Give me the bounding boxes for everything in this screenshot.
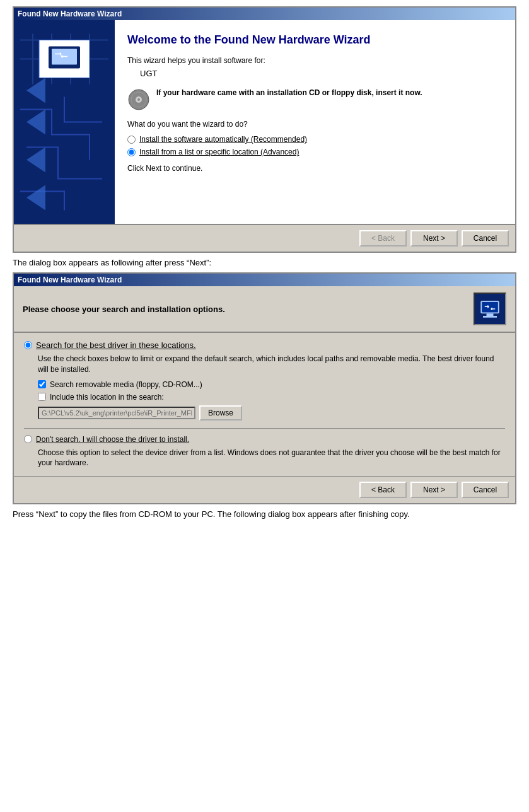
dialog2-cancel-button[interactable]: Cancel <box>462 482 509 498</box>
search-radio-label: Search for the best driver in these loca… <box>36 340 196 350</box>
svg-rect-14 <box>58 66 71 68</box>
cd-notice-row: If your hardware came with an installati… <box>127 88 503 111</box>
svg-rect-28 <box>487 313 494 316</box>
check-location-row[interactable]: Include this location in the search: <box>38 393 505 402</box>
dialog2-next-button[interactable]: Next > <box>410 482 458 498</box>
wizard-right-panel: Welcome to the Found New Hardware Wizard… <box>115 20 515 224</box>
footer-text: Press “Next” to copy the files from CD-R… <box>13 509 516 519</box>
cd-notice-text: If your hardware came with an installati… <box>156 88 422 97</box>
dont-search-radio-input[interactable] <box>24 435 32 443</box>
radio-list-install[interactable]: Install from a list or specific location… <box>127 148 503 156</box>
dont-search-label-text: Don't search. I will choose the driver t… <box>36 435 189 444</box>
radio-list-label-text: Install from a list or specific location… <box>139 148 299 156</box>
wizard-top-panel: Welcome to the Found New Hardware Wizard… <box>14 20 515 224</box>
svg-rect-29 <box>483 316 497 318</box>
svg-rect-27 <box>482 302 498 313</box>
wizard-main-title: Welcome to the Found New Hardware Wizard <box>127 33 503 47</box>
search-radio-input[interactable] <box>24 341 32 349</box>
check-removable-label-text: Search removable media (floppy, CD-ROM..… <box>50 380 202 389</box>
svg-point-23 <box>137 98 140 101</box>
dialog2: Found New Hardware Wizard Please choose … <box>13 272 516 504</box>
between-dialogs-text: The dialog box appears as following afte… <box>13 258 516 267</box>
dialog1-next-button[interactable]: Next > <box>410 230 458 246</box>
location-input[interactable] <box>38 407 195 419</box>
dialog1-title: Found New Hardware Wizard <box>18 9 122 18</box>
search-desc: Use the check boxes below to limit or ex… <box>38 354 505 375</box>
wizard-question: What do you want the wizard to do? <box>127 120 503 129</box>
separator <box>24 428 505 429</box>
wizard-hardware-icon <box>476 295 504 323</box>
dialog2-header: Please choose your search and installati… <box>14 286 515 333</box>
radio-list-label: Install from a list or specific location… <box>139 148 299 156</box>
click-next-text: Click Next to continue. <box>127 164 503 173</box>
check-location-label: Include this location in the search: <box>50 393 164 402</box>
dialog2-content: Search for the best driver in these loca… <box>14 333 515 476</box>
wizard-icon-box <box>474 293 506 325</box>
dialog1-titlebar: Found New Hardware Wizard <box>14 8 515 20</box>
dont-search-row[interactable]: Don't search. I will choose the driver t… <box>24 435 505 444</box>
check-location-label-text: Include this location in the search: <box>50 393 164 402</box>
search-radio-row[interactable]: Search for the best driver in these loca… <box>24 340 505 350</box>
cd-icon <box>127 88 150 111</box>
check-removable-row[interactable]: Search removable media (floppy, CD-ROM..… <box>38 380 505 389</box>
dialog1: Found New Hardware Wizard <box>13 6 516 253</box>
browse-button[interactable]: Browse <box>199 405 242 420</box>
wizard-subtitle: This wizard helps you install software f… <box>127 56 503 65</box>
dont-search-desc: Choose this option to select the device … <box>38 448 505 469</box>
dialog1-back-button[interactable]: < Back <box>359 230 407 246</box>
radio-list-input[interactable] <box>127 148 136 156</box>
search-radio-label-text: Search for the best driver in these loca… <box>36 340 196 350</box>
radio-auto-install[interactable]: Install the software automatically (Reco… <box>127 135 503 144</box>
check-removable-input[interactable] <box>38 380 46 388</box>
radio-auto-label-text: Install the software automatically (Reco… <box>139 135 307 144</box>
circuit-decoration-icon <box>14 20 115 224</box>
wizard-left-panel <box>14 20 115 224</box>
radio-auto-label: Install the software automatically (Reco… <box>139 135 307 144</box>
dialog2-back-button[interactable]: < Back <box>359 482 407 498</box>
dialog2-button-bar: < Back Next > Cancel <box>14 476 515 503</box>
radio-auto-input[interactable] <box>127 136 136 144</box>
wizard-device-name: UGT <box>140 69 503 78</box>
location-row: Browse <box>38 405 505 420</box>
dialog2-titlebar: Found New Hardware Wizard <box>14 274 515 286</box>
dialog2-header-text: Please choose your search and installati… <box>23 304 225 314</box>
dialog1-button-bar: < Back Next > Cancel <box>14 224 515 252</box>
dont-search-label: Don't search. I will choose the driver t… <box>36 435 189 444</box>
cd-disk-icon <box>127 88 150 111</box>
check-removable-label: Search removable media (floppy, CD-ROM..… <box>50 380 202 389</box>
check-location-input[interactable] <box>38 393 46 401</box>
dialog2-title: Found New Hardware Wizard <box>18 276 122 284</box>
dialog1-cancel-button[interactable]: Cancel <box>462 230 509 246</box>
